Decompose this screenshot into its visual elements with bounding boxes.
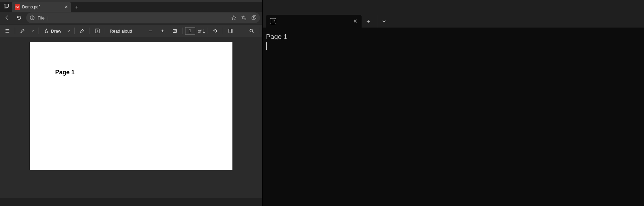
page-number-input[interactable] (185, 27, 195, 35)
favorites-list-button[interactable] (241, 15, 247, 20)
minus-icon (148, 29, 153, 33)
svg-rect-14 (231, 29, 232, 33)
draw-dropdown[interactable] (66, 26, 72, 36)
back-button[interactable] (2, 13, 12, 23)
star-list-icon (241, 15, 247, 20)
page-view-button[interactable] (226, 26, 235, 36)
terminal-output: Page 1 (266, 33, 287, 40)
pdf-toolbar: Draw Read aloud of 1 (0, 25, 262, 37)
pdf-page-content: Page 1 (55, 69, 207, 76)
plus-icon (160, 29, 165, 33)
address-divider: | (47, 15, 48, 20)
pen-icon (44, 28, 49, 34)
draw-button[interactable]: Draw (42, 26, 63, 36)
separator (223, 28, 223, 34)
separator (105, 28, 105, 34)
svg-rect-13 (229, 29, 231, 33)
svg-point-15 (250, 29, 253, 32)
separator (15, 28, 15, 34)
read-aloud-label: Read aloud (110, 29, 132, 34)
browser-footer (0, 198, 262, 206)
svg-point-3 (32, 16, 33, 17)
pdf-viewport[interactable]: Page 1 (0, 37, 262, 198)
collections-button[interactable] (251, 15, 257, 20)
browser-window: PDF Demo.pdf ✕ ＋ File | (0, 0, 263, 206)
separator (182, 28, 182, 34)
address-bar[interactable]: File | (26, 12, 260, 23)
page-view-icon (228, 28, 233, 34)
highlighter-icon (20, 28, 25, 34)
list-icon (5, 28, 10, 34)
browser-tab-strip: PDF Demo.pdf ✕ ＋ (0, 0, 262, 12)
fit-button[interactable] (170, 26, 179, 36)
chevron-down-icon (67, 29, 70, 33)
highlight-button[interactable] (18, 26, 27, 36)
tab-close-button[interactable]: ✕ (64, 4, 68, 9)
separator (259, 28, 259, 34)
terminal-tab-dropdown[interactable] (377, 15, 390, 28)
rotate-button[interactable] (211, 26, 220, 36)
refresh-button[interactable] (14, 13, 24, 23)
separator (208, 28, 208, 34)
terminal-titlebar[interactable] (263, 0, 644, 14)
svg-rect-1 (5, 4, 9, 7)
read-aloud-button[interactable]: Read aloud (108, 26, 134, 36)
terminal-tab[interactable]: C:\ ✕ (266, 15, 362, 28)
pdf-favicon: PDF (15, 4, 20, 10)
browser-nav-bar: File | (0, 12, 262, 25)
favorite-button[interactable] (231, 15, 236, 20)
terminal-new-tab[interactable]: ＋ (362, 15, 375, 28)
new-tab-button[interactable]: ＋ (72, 2, 82, 12)
text-icon (95, 28, 100, 34)
fit-icon (172, 28, 177, 34)
separator (39, 28, 39, 34)
address-scheme: File (38, 15, 45, 20)
tab-actions-button[interactable] (2, 2, 11, 11)
chevron-down-icon (31, 29, 35, 33)
svg-line-16 (252, 32, 254, 33)
zoom-out-button[interactable] (146, 26, 155, 36)
eraser-icon (79, 28, 85, 34)
rotate-icon (213, 28, 218, 34)
chevron-down-icon (382, 19, 386, 24)
browser-tab[interactable]: PDF Demo.pdf ✕ (12, 2, 71, 12)
zoom-in-button[interactable] (158, 26, 167, 36)
refresh-icon (16, 15, 22, 20)
collections-icon (251, 15, 257, 20)
address-actions (231, 15, 257, 20)
search-button[interactable] (247, 26, 256, 36)
terminal-body[interactable]: Page 1 (263, 28, 644, 206)
terminal-tab-strip: C:\ ✕ ＋ (263, 14, 644, 28)
erase-button[interactable] (77, 26, 87, 36)
cmd-icon: C:\ (270, 18, 276, 24)
contents-button[interactable] (3, 26, 12, 36)
terminal-window: C:\ ✕ ＋ Page 1 (263, 0, 644, 206)
separator (90, 28, 90, 34)
arrow-left-icon (4, 15, 10, 20)
text-button[interactable] (93, 26, 102, 36)
separator (74, 28, 75, 34)
highlight-dropdown[interactable] (30, 26, 36, 36)
svg-rect-4 (32, 17, 32, 19)
terminal-tab-close[interactable]: ✕ (353, 18, 358, 24)
terminal-cursor (266, 42, 267, 50)
search-icon (249, 28, 254, 34)
tabs-icon (4, 4, 9, 9)
star-icon (231, 15, 236, 20)
info-icon (30, 15, 35, 20)
svg-rect-12 (173, 30, 176, 33)
pdf-page: Page 1 (30, 42, 232, 170)
draw-label: Draw (51, 29, 61, 34)
page-total: of 1 (198, 29, 205, 34)
tab-title: Demo.pdf (22, 5, 62, 9)
